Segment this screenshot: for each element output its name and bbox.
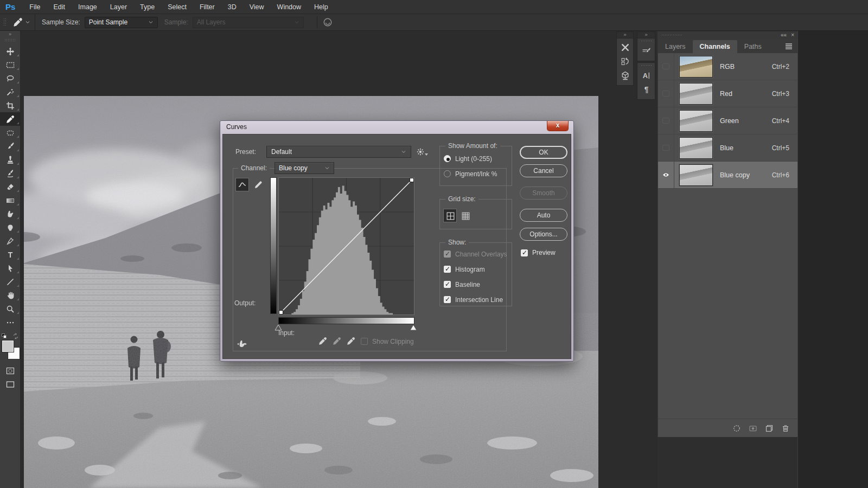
- smudge-tool[interactable]: [0, 207, 21, 221]
- ok-button[interactable]: OK: [520, 146, 567, 159]
- menu-item[interactable]: Layer: [104, 0, 133, 14]
- preset-options-gear-icon[interactable]: [416, 147, 425, 156]
- amount-radio[interactable]: Light (0-255): [444, 155, 497, 163]
- visibility-toggle[interactable]: [658, 107, 674, 134]
- menu-item[interactable]: Help: [308, 0, 335, 14]
- detailed-grid-button[interactable]: [458, 209, 472, 222]
- show-checkbox[interactable]: Channel Overlays: [444, 250, 507, 258]
- sampling-ring-icon[interactable]: [323, 17, 333, 27]
- dialog-close-button[interactable]: x: [547, 121, 569, 131]
- menu-item[interactable]: Filter: [193, 0, 221, 14]
- screen-mode-button[interactable]: [0, 377, 21, 391]
- edit-toolbar[interactable]: [0, 316, 21, 329]
- options-button[interactable]: Options...: [520, 228, 567, 241]
- amount-radio[interactable]: Pigment/Ink %: [444, 170, 497, 178]
- gradient-tool[interactable]: [0, 194, 21, 207]
- menu-item[interactable]: Image: [72, 0, 104, 14]
- history-panel-icon[interactable]: [618, 55, 632, 68]
- visibility-toggle[interactable]: [658, 80, 674, 107]
- menu-item[interactable]: 3D: [221, 0, 243, 14]
- channel-row[interactable]: Blue Ctrl+5: [658, 134, 797, 162]
- burn-tool[interactable]: [0, 221, 21, 234]
- rectangular-marquee-tool[interactable]: [0, 58, 21, 72]
- show-checkbox[interactable]: Baseline: [444, 280, 507, 288]
- new-channel-icon[interactable]: [765, 424, 774, 433]
- expand-panels-chevrons[interactable]: »: [637, 31, 655, 38]
- current-tool-button[interactable]: [11, 14, 35, 30]
- pen-tool[interactable]: [0, 234, 21, 248]
- expand-panels-chevrons[interactable]: »: [616, 31, 634, 38]
- toolbar-collapse-chevrons[interactable]: »: [0, 31, 20, 37]
- menu-item[interactable]: Select: [161, 0, 193, 14]
- channel-dropdown[interactable]: Blue copy: [275, 162, 334, 174]
- white-point-slider[interactable]: [410, 324, 417, 331]
- preview-checkbox[interactable]: Preview: [521, 249, 556, 256]
- character-panel-icon[interactable]: A: [639, 69, 653, 82]
- set-gray-point-eyedropper-icon[interactable]: [333, 336, 341, 346]
- sample-size-dropdown[interactable]: Point Sample: [85, 17, 158, 28]
- collapsed-panel-column-2: » A¶: [637, 31, 655, 100]
- type-tool[interactable]: T: [0, 248, 21, 261]
- brush-tool[interactable]: [0, 139, 21, 153]
- eraser-tool[interactable]: [0, 180, 21, 194]
- visibility-toggle[interactable]: [658, 53, 674, 80]
- menu-item[interactable]: Edit: [47, 0, 72, 14]
- default-colors-icon[interactable]: [2, 333, 7, 339]
- show-checkbox[interactable]: Histogram: [444, 265, 507, 273]
- magic-wand-tool[interactable]: [0, 85, 21, 99]
- zoom-tool[interactable]: [0, 302, 21, 316]
- Paths[interactable]: Paths: [737, 40, 769, 53]
- panel-grip[interactable]: [661, 34, 683, 36]
- channel-row[interactable]: Blue copy Ctrl+6: [658, 162, 797, 189]
- brush-settings-panel-icon[interactable]: [639, 44, 653, 57]
- set-black-point-eyedropper-icon[interactable]: [318, 336, 327, 346]
- channel-row[interactable]: Green Ctrl+4: [658, 107, 797, 134]
- panel-menu-icon[interactable]: [784, 42, 793, 50]
- delete-channel-icon[interactable]: [781, 424, 790, 433]
- targeted-adjustment-icon[interactable]: [236, 338, 248, 349]
- show-clipping-checkbox[interactable]: Show Clipping: [361, 337, 414, 345]
- paragraph-panel-icon[interactable]: ¶: [639, 83, 653, 96]
- collapse-chevrons-icon[interactable]: ««: [781, 32, 787, 38]
- quick-mask-button[interactable]: [0, 364, 21, 377]
- set-white-point-eyedropper-icon[interactable]: [347, 336, 355, 346]
- simple-grid-button[interactable]: [443, 209, 457, 222]
- 3d-panel-icon[interactable]: [618, 69, 632, 82]
- foreground-color-swatch[interactable]: [2, 341, 14, 352]
- menu-item[interactable]: File: [23, 0, 47, 14]
- point-curve-button[interactable]: [235, 178, 249, 191]
- channel-row[interactable]: RGB Ctrl+2: [658, 53, 797, 80]
- auto-button[interactable]: Auto: [520, 209, 567, 222]
- swap-colors-icon[interactable]: [12, 333, 19, 339]
- hand-tool[interactable]: [0, 288, 21, 302]
- preset-dropdown[interactable]: Default: [266, 146, 411, 158]
- menu-item[interactable]: Window: [271, 0, 308, 14]
- eyedropper-tool[interactable]: [0, 112, 21, 126]
- Channels[interactable]: Channels: [693, 40, 737, 53]
- load-channel-as-selection-icon[interactable]: [732, 424, 741, 433]
- Layers[interactable]: Layers: [658, 40, 693, 53]
- line-tool[interactable]: [0, 275, 21, 288]
- spot-healing-brush-tool[interactable]: [0, 126, 21, 139]
- clone-stamp-tool[interactable]: [0, 153, 21, 166]
- tool-presets-panel-icon[interactable]: [618, 41, 632, 54]
- toolbar-grip[interactable]: [4, 38, 16, 41]
- curve-grid[interactable]: [278, 177, 414, 315]
- show-checkbox[interactable]: Intersection Line: [444, 296, 507, 304]
- crop-tool[interactable]: [0, 99, 21, 112]
- pencil-curve-button[interactable]: [251, 178, 264, 191]
- lasso-tool[interactable]: [0, 72, 21, 85]
- dialog-title[interactable]: Curves: [226, 123, 247, 131]
- channel-row[interactable]: Red Ctrl+3: [658, 80, 797, 107]
- curve-handle-shadow: [279, 311, 283, 314]
- path-selection-tool[interactable]: [0, 261, 21, 275]
- save-selection-as-channel-icon[interactable]: [749, 424, 757, 433]
- visibility-toggle[interactable]: [658, 134, 674, 161]
- visibility-toggle[interactable]: [658, 162, 674, 188]
- close-icon[interactable]: ×: [791, 32, 794, 38]
- cancel-button[interactable]: Cancel: [520, 164, 567, 177]
- menu-item[interactable]: Type: [133, 0, 161, 14]
- move-tool[interactable]: [0, 44, 21, 58]
- menu-item[interactable]: View: [243, 0, 271, 14]
- history-brush-tool[interactable]: [0, 166, 21, 180]
